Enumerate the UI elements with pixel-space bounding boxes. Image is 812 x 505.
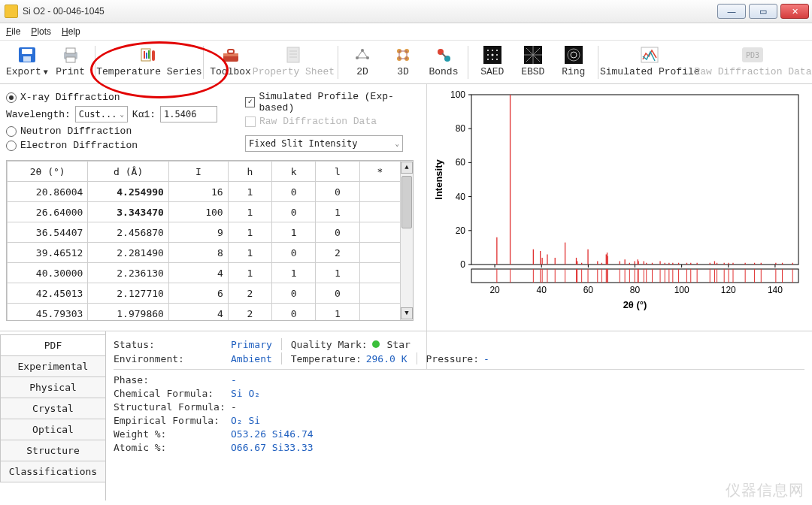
svg-rect-4: [66, 48, 75, 53]
ebsd-icon: [523, 45, 544, 65]
tab-classifications[interactable]: Classifications: [0, 461, 105, 482]
col-l[interactable]: l: [316, 162, 359, 182]
table-row[interactable]: 36.544072.4568709110: [8, 222, 401, 243]
scroll-thumb[interactable]: [401, 176, 412, 228]
svg-rect-13: [228, 50, 234, 53]
svg-text:140: 140: [768, 285, 783, 295]
scroll-up-button[interactable]: ▲: [401, 162, 413, 174]
svg-point-39: [487, 54, 489, 56]
maximize-button[interactable]: ▭: [749, 4, 777, 19]
table-scrollbar[interactable]: ▲ ▼: [400, 161, 413, 320]
svg-text:20: 20: [456, 225, 466, 236]
2d-button[interactable]: 2D: [343, 44, 382, 79]
svg-point-43: [492, 59, 493, 60]
toolbar: Export▼ Print Temperature Series Toolbox…: [0, 41, 812, 84]
svg-text:0: 0: [460, 259, 465, 270]
col-k[interactable]: k: [272, 162, 316, 182]
tab-structure[interactable]: Structure: [0, 440, 105, 461]
menu-plots[interactable]: Plots: [31, 26, 51, 37]
property-sheet-button[interactable]: Property Sheet: [254, 44, 333, 79]
svg-rect-1: [22, 49, 32, 54]
chk-sim-profile[interactable]: ✓Simulated Profile (Exp-based): [245, 91, 420, 113]
tab-experimental[interactable]: Experimental: [0, 355, 105, 377]
k-alpha-input[interactable]: 1.5406: [160, 106, 217, 122]
save-icon: [17, 45, 38, 65]
table-row[interactable]: 26.640003.343470100101: [8, 202, 401, 222]
print-button[interactable]: Print: [51, 44, 90, 79]
table-row[interactable]: 20.860044.25499016100: [8, 182, 401, 202]
temperature-series-button[interactable]: Temperature Series: [100, 44, 199, 79]
svg-text:40: 40: [456, 192, 466, 202]
temperature-series-icon: [138, 45, 159, 65]
radio-neutron[interactable]: Neutron Diffraction: [6, 125, 239, 137]
scroll-down-button[interactable]: ▼: [401, 307, 413, 319]
simulated-profile-button[interactable]: Simulated Profile: [603, 44, 697, 79]
svg-text:120: 120: [721, 285, 736, 295]
table-row[interactable]: 42.450132.1277106200: [8, 283, 401, 304]
col-2theta[interactable]: 2θ (°): [8, 162, 88, 182]
wavelength-label: Wavelength:: [6, 109, 71, 120]
emp-label: Empirical Formula:: [114, 415, 226, 426]
svg-line-34: [442, 53, 446, 57]
minimize-button[interactable]: —: [717, 4, 746, 19]
svg-rect-56: [471, 95, 798, 265]
tab-physical[interactable]: Physical: [0, 376, 105, 398]
saed-button[interactable]: SAED: [473, 44, 512, 79]
diffraction-chart[interactable]: 02040608010020406080100120140Intensity2θ…: [430, 87, 806, 313]
ebsd-button[interactable]: EBSD: [514, 44, 553, 79]
saed-icon: [482, 45, 503, 65]
table-row[interactable]: 39.465122.2814908102: [8, 243, 401, 263]
bonds-icon: [433, 45, 454, 65]
pressure-value: -: [483, 353, 489, 364]
phase-value: -: [231, 374, 237, 386]
chk-raw-data[interactable]: Raw Diffraction Data: [245, 116, 420, 127]
svg-line-22: [362, 50, 368, 58]
toolbox-icon: [220, 45, 241, 65]
detail-tabs: PDF Experimental Physical Crystal Optica…: [0, 331, 105, 500]
svg-text:100: 100: [450, 89, 465, 100]
col-d[interactable]: d (Å): [88, 162, 168, 182]
radio-electron[interactable]: Electron Diffraction: [6, 140, 239, 151]
table-row[interactable]: 40.300002.2361304111: [8, 263, 401, 283]
molecule-3d-icon: [392, 45, 414, 65]
weight-label: Weight %:: [114, 428, 226, 440]
col-I[interactable]: I: [168, 162, 228, 182]
tab-crystal[interactable]: Crystal: [0, 398, 105, 419]
radio-xray[interactable]: X-ray Diffraction: [6, 92, 239, 103]
table-row[interactable]: 45.793031.9798604201: [8, 304, 401, 322]
close-button[interactable]: ✕: [780, 4, 809, 19]
menu-file[interactable]: File: [6, 26, 20, 37]
svg-text:60: 60: [456, 157, 466, 168]
weight-value: O53.26 Si46.74: [231, 428, 314, 440]
intensity-mode-combo[interactable]: Fixed Slit Intensity⌄: [245, 135, 403, 152]
svg-point-42: [487, 59, 489, 60]
ring-button[interactable]: Ring: [554, 44, 593, 79]
svg-point-41: [496, 54, 498, 56]
tab-optical[interactable]: Optical: [0, 419, 105, 440]
atomic-label: Atomic %:: [114, 442, 226, 453]
svg-point-37: [492, 50, 493, 51]
details-panel: PDF Experimental Physical Crystal Optica…: [0, 331, 812, 500]
svg-rect-14: [287, 47, 299, 62]
svg-rect-2: [23, 56, 31, 62]
struct-label: Structural Formula:: [114, 401, 226, 413]
wavelength-combo[interactable]: Cust...⌄: [75, 106, 128, 122]
svg-rect-9: [148, 50, 150, 59]
env-value: Ambient: [231, 353, 272, 364]
svg-text:100: 100: [674, 285, 689, 295]
3d-button[interactable]: 3D: [383, 44, 423, 79]
col-h[interactable]: h: [228, 162, 271, 182]
printer-icon: [60, 45, 81, 65]
menu-help[interactable]: Help: [62, 26, 80, 37]
raw-data-button[interactable]: PD3 Raw Diffraction Data: [698, 44, 807, 79]
k-alpha-label: Kα1:: [132, 109, 156, 120]
col-star[interactable]: *: [359, 162, 400, 182]
export-button[interactable]: Export▼: [5, 44, 50, 79]
molecule-2d-icon: [352, 45, 373, 65]
quality-label: Quality Mark:: [291, 339, 368, 350]
toolbox-button[interactable]: Toolbox: [208, 44, 253, 79]
status-value: Primary: [231, 339, 272, 350]
tab-pdf[interactable]: PDF: [0, 334, 105, 356]
bonds-button[interactable]: Bonds: [424, 44, 463, 79]
emp-value: O₂ Si: [231, 415, 260, 426]
